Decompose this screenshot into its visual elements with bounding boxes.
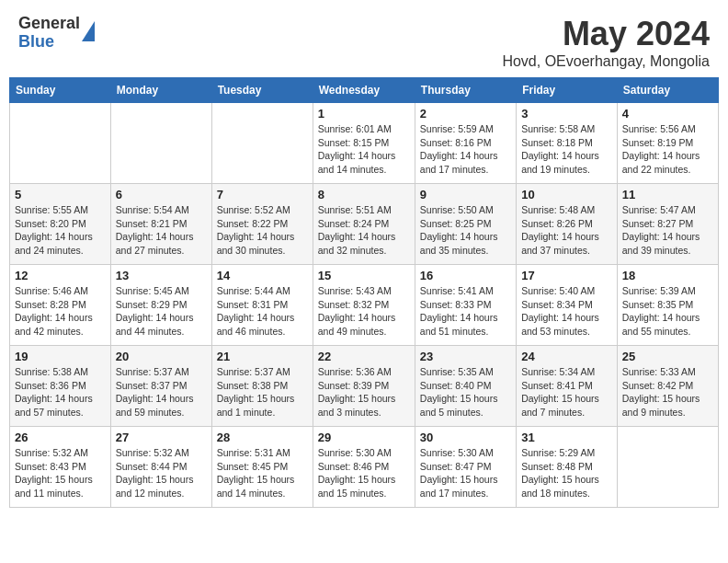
calendar-cell: 8Sunrise: 5:51 AM Sunset: 8:24 PM Daylig… xyxy=(313,184,415,265)
calendar-cell: 22Sunrise: 5:36 AM Sunset: 8:39 PM Dayli… xyxy=(313,346,415,427)
calendar-cell: 5Sunrise: 5:55 AM Sunset: 8:20 PM Daylig… xyxy=(10,184,111,265)
calendar-cell: 14Sunrise: 5:44 AM Sunset: 8:31 PM Dayli… xyxy=(211,265,313,346)
logo-general: General xyxy=(18,15,80,33)
logo-triangle-icon xyxy=(82,21,95,41)
day-info: Sunrise: 5:44 AM Sunset: 8:31 PM Dayligh… xyxy=(217,284,308,339)
day-number: 29 xyxy=(318,431,410,444)
day-of-week-header: Wednesday xyxy=(313,78,415,103)
calendar-cell: 2Sunrise: 5:59 AM Sunset: 8:16 PM Daylig… xyxy=(415,103,516,184)
day-number: 20 xyxy=(116,350,207,363)
day-info: Sunrise: 5:34 AM Sunset: 8:41 PM Dayligh… xyxy=(521,365,612,419)
calendar-cell: 17Sunrise: 5:40 AM Sunset: 8:34 PM Dayli… xyxy=(517,265,618,346)
day-number: 12 xyxy=(15,269,106,282)
calendar-cell: 20Sunrise: 5:37 AM Sunset: 8:37 PM Dayli… xyxy=(110,346,211,427)
day-info: Sunrise: 5:54 AM Sunset: 8:21 PM Dayligh… xyxy=(116,203,207,258)
day-info: Sunrise: 5:48 AM Sunset: 8:26 PM Dayligh… xyxy=(521,203,612,258)
calendar-week-row: 5Sunrise: 5:55 AM Sunset: 8:20 PM Daylig… xyxy=(10,184,719,265)
day-number: 14 xyxy=(217,269,308,282)
day-number: 13 xyxy=(116,269,207,282)
calendar-cell: 19Sunrise: 5:38 AM Sunset: 8:36 PM Dayli… xyxy=(10,346,111,427)
day-info: Sunrise: 5:52 AM Sunset: 8:22 PM Dayligh… xyxy=(217,203,308,258)
day-info: Sunrise: 5:32 AM Sunset: 8:44 PM Dayligh… xyxy=(116,446,207,500)
calendar-cell: 28Sunrise: 5:31 AM Sunset: 8:45 PM Dayli… xyxy=(211,427,313,508)
calendar-week-row: 1Sunrise: 6:01 AM Sunset: 8:15 PM Daylig… xyxy=(10,103,719,184)
calendar-cell: 21Sunrise: 5:37 AM Sunset: 8:38 PM Dayli… xyxy=(211,346,313,427)
calendar-cell xyxy=(10,103,111,184)
day-info: Sunrise: 5:33 AM Sunset: 8:42 PM Dayligh… xyxy=(622,365,713,419)
day-info: Sunrise: 5:36 AM Sunset: 8:39 PM Dayligh… xyxy=(318,365,410,419)
day-info: Sunrise: 5:40 AM Sunset: 8:34 PM Dayligh… xyxy=(521,284,612,339)
calendar-cell: 12Sunrise: 5:46 AM Sunset: 8:28 PM Dayli… xyxy=(10,265,111,346)
day-info: Sunrise: 5:39 AM Sunset: 8:35 PM Dayligh… xyxy=(622,284,713,339)
day-number: 21 xyxy=(217,350,308,363)
calendar-cell: 9Sunrise: 5:50 AM Sunset: 8:25 PM Daylig… xyxy=(415,184,516,265)
calendar-cell: 31Sunrise: 5:29 AM Sunset: 8:48 PM Dayli… xyxy=(517,427,618,508)
calendar: SundayMondayTuesdayWednesdayThursdayFrid… xyxy=(0,77,728,517)
calendar-cell: 25Sunrise: 5:33 AM Sunset: 8:42 PM Dayli… xyxy=(617,346,718,427)
logo-text: General Blue xyxy=(18,15,80,52)
day-number: 27 xyxy=(116,431,207,444)
day-of-week-header: Monday xyxy=(110,78,211,103)
day-number: 16 xyxy=(420,269,511,282)
page-header: General Blue May 2024 Hovd, OEvoerhangay… xyxy=(0,0,728,77)
calendar-cell: 16Sunrise: 5:41 AM Sunset: 8:33 PM Dayli… xyxy=(415,265,516,346)
day-number: 19 xyxy=(15,350,106,363)
calendar-cell: 1Sunrise: 6:01 AM Sunset: 8:15 PM Daylig… xyxy=(313,103,415,184)
day-info: Sunrise: 5:41 AM Sunset: 8:33 PM Dayligh… xyxy=(420,284,511,339)
days-header-row: SundayMondayTuesdayWednesdayThursdayFrid… xyxy=(10,78,719,103)
logo: General Blue xyxy=(18,15,95,52)
day-number: 1 xyxy=(318,107,410,121)
calendar-cell: 27Sunrise: 5:32 AM Sunset: 8:44 PM Dayli… xyxy=(110,427,211,508)
calendar-cell: 3Sunrise: 5:58 AM Sunset: 8:18 PM Daylig… xyxy=(517,103,618,184)
day-number: 5 xyxy=(15,188,106,201)
calendar-cell: 23Sunrise: 5:35 AM Sunset: 8:40 PM Dayli… xyxy=(415,346,516,427)
day-number: 4 xyxy=(622,107,713,121)
day-info: Sunrise: 5:29 AM Sunset: 8:48 PM Dayligh… xyxy=(521,446,612,500)
calendar-cell xyxy=(110,103,211,184)
day-info: Sunrise: 5:31 AM Sunset: 8:45 PM Dayligh… xyxy=(217,446,308,500)
calendar-cell: 13Sunrise: 5:45 AM Sunset: 8:29 PM Dayli… xyxy=(110,265,211,346)
title-block: May 2024 Hovd, OEvoerhangay, Mongolia xyxy=(502,15,710,70)
day-info: Sunrise: 5:59 AM Sunset: 8:16 PM Dayligh… xyxy=(420,122,511,177)
calendar-cell: 30Sunrise: 5:30 AM Sunset: 8:47 PM Dayli… xyxy=(415,427,516,508)
day-of-week-header: Tuesday xyxy=(211,78,313,103)
calendar-title: May 2024 xyxy=(502,15,710,53)
day-info: Sunrise: 5:32 AM Sunset: 8:43 PM Dayligh… xyxy=(15,446,106,500)
day-number: 2 xyxy=(420,107,511,121)
calendar-week-row: 26Sunrise: 5:32 AM Sunset: 8:43 PM Dayli… xyxy=(10,427,719,508)
calendar-cell: 24Sunrise: 5:34 AM Sunset: 8:41 PM Dayli… xyxy=(517,346,618,427)
calendar-cell: 6Sunrise: 5:54 AM Sunset: 8:21 PM Daylig… xyxy=(110,184,211,265)
calendar-cell xyxy=(617,427,718,508)
day-number: 23 xyxy=(420,350,511,363)
day-number: 26 xyxy=(15,431,106,444)
day-info: Sunrise: 5:58 AM Sunset: 8:18 PM Dayligh… xyxy=(521,122,612,177)
day-number: 3 xyxy=(521,107,612,121)
day-info: Sunrise: 5:46 AM Sunset: 8:28 PM Dayligh… xyxy=(15,284,106,339)
day-info: Sunrise: 5:37 AM Sunset: 8:37 PM Dayligh… xyxy=(116,365,207,419)
day-info: Sunrise: 5:30 AM Sunset: 8:47 PM Dayligh… xyxy=(420,446,511,500)
calendar-week-row: 12Sunrise: 5:46 AM Sunset: 8:28 PM Dayli… xyxy=(10,265,719,346)
day-of-week-header: Thursday xyxy=(415,78,516,103)
day-info: Sunrise: 5:38 AM Sunset: 8:36 PM Dayligh… xyxy=(15,365,106,419)
day-number: 9 xyxy=(420,188,511,201)
day-info: Sunrise: 5:43 AM Sunset: 8:32 PM Dayligh… xyxy=(318,284,410,339)
calendar-location: Hovd, OEvoerhangay, Mongolia xyxy=(502,53,710,70)
day-number: 17 xyxy=(521,269,612,282)
day-info: Sunrise: 5:47 AM Sunset: 8:27 PM Dayligh… xyxy=(622,203,713,258)
day-number: 15 xyxy=(318,269,410,282)
day-number: 8 xyxy=(318,188,410,201)
day-info: Sunrise: 5:55 AM Sunset: 8:20 PM Dayligh… xyxy=(15,203,106,258)
day-number: 28 xyxy=(217,431,308,444)
calendar-cell: 7Sunrise: 5:52 AM Sunset: 8:22 PM Daylig… xyxy=(211,184,313,265)
day-of-week-header: Saturday xyxy=(617,78,718,103)
calendar-cell: 29Sunrise: 5:30 AM Sunset: 8:46 PM Dayli… xyxy=(313,427,415,508)
calendar-body: 1Sunrise: 6:01 AM Sunset: 8:15 PM Daylig… xyxy=(10,103,719,508)
day-info: Sunrise: 5:51 AM Sunset: 8:24 PM Dayligh… xyxy=(318,203,410,258)
calendar-cell: 11Sunrise: 5:47 AM Sunset: 8:27 PM Dayli… xyxy=(617,184,718,265)
calendar-cell: 26Sunrise: 5:32 AM Sunset: 8:43 PM Dayli… xyxy=(10,427,111,508)
day-number: 10 xyxy=(521,188,612,201)
day-info: Sunrise: 5:50 AM Sunset: 8:25 PM Dayligh… xyxy=(420,203,511,258)
day-number: 18 xyxy=(622,269,713,282)
day-info: Sunrise: 5:45 AM Sunset: 8:29 PM Dayligh… xyxy=(116,284,207,339)
calendar-cell: 4Sunrise: 5:56 AM Sunset: 8:19 PM Daylig… xyxy=(617,103,718,184)
